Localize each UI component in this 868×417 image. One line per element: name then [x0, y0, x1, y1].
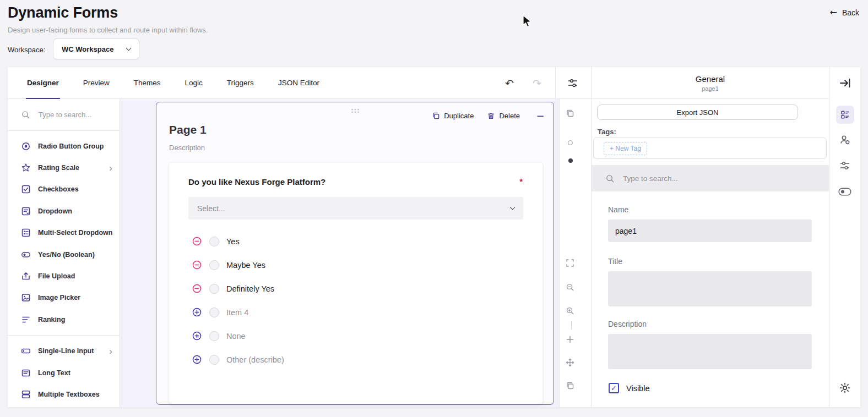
tags-label: Tags: [598, 128, 616, 136]
select-placeholder: Select... [197, 204, 511, 213]
tab-preview[interactable]: Preview [71, 67, 122, 98]
radio-option[interactable] [209, 260, 219, 270]
choice-label[interactable]: Maybe Yes [226, 261, 265, 270]
toolbox-item-image-picker[interactable]: Image Picker [8, 287, 120, 309]
collapse-page-button[interactable]: − [534, 110, 546, 122]
form-builder-panel: Designer Preview Themes Logic Triggers J… [8, 67, 860, 407]
toolbox-item-label: Radio Button Group [38, 142, 104, 150]
settings-button[interactable] [838, 381, 851, 394]
choice-label[interactable]: Yes [226, 237, 240, 246]
drag-handle-icon[interactable] [350, 108, 360, 113]
radio-option[interactable] [209, 237, 219, 246]
page-dot-current-icon[interactable] [568, 158, 573, 163]
zoom-out-icon[interactable] [566, 283, 574, 292]
question-title[interactable]: Do you like Nexus Forge Platform? [188, 177, 326, 186]
redo-button[interactable]: ↷ [529, 75, 545, 91]
chevron-down-icon [510, 205, 516, 210]
chevron-right-icon[interactable]: › [109, 163, 112, 173]
delete-page-button[interactable]: Delete [487, 112, 520, 120]
zoom-in-icon[interactable] [566, 306, 574, 315]
tab-logic[interactable]: Logic [173, 67, 215, 98]
toolbox-item-radio-button-group[interactable]: Radio Button Group [8, 135, 120, 157]
radio-option[interactable] [209, 331, 219, 341]
tab-adjustments[interactable] [839, 160, 851, 172]
surface-toolbar [559, 99, 591, 407]
toolbox-item-checkboxes[interactable]: Checkboxes [8, 179, 120, 200]
remove-choice-icon[interactable] [192, 284, 202, 293]
radio-option[interactable] [209, 308, 219, 317]
tab-question-settings[interactable] [839, 134, 851, 146]
back-arrow-icon: ← [829, 7, 837, 18]
choice-label[interactable]: Item 4 [226, 308, 248, 317]
chevron-right-icon[interactable]: › [109, 347, 112, 356]
question-select[interactable]: Select... [188, 197, 523, 220]
choice-row: None [169, 324, 542, 348]
add-choice-icon[interactable] [192, 331, 202, 341]
tab-toggles[interactable] [838, 188, 851, 196]
toolbox: Radio Button Group Rating Scale › Checkb… [8, 99, 120, 407]
new-tag-button[interactable]: + New Tag [604, 142, 647, 155]
toolbox-item-label: File Upload [38, 272, 75, 280]
toolbox-item-multi-select-dropdown[interactable]: Multi-Select Dropdown [8, 222, 120, 244]
choice-row: Maybe Yes [169, 253, 542, 277]
undo-button[interactable]: ↶ [502, 75, 517, 91]
question-card[interactable]: Do you like Nexus Forge Platform? * Sele… [169, 163, 542, 404]
copy-icon[interactable] [566, 109, 574, 118]
single-line-input-icon [21, 346, 31, 356]
page-name[interactable]: Page 1 [169, 123, 207, 136]
tab-property-grid[interactable] [836, 106, 854, 124]
tab-json-editor[interactable]: JSON Editor [266, 67, 332, 98]
search-icon [605, 174, 615, 183]
back-button[interactable]: ← Back [829, 7, 859, 18]
title-input[interactable] [608, 271, 812, 306]
toolbox-item-dropdown[interactable]: Dropdown [8, 200, 120, 222]
tab-themes[interactable]: Themes [122, 67, 173, 98]
scroll-indicator [571, 321, 572, 330]
name-label: Name [608, 205, 628, 214]
view-settings-button[interactable] [566, 76, 580, 90]
toolbox-item-label: Checkboxes [38, 185, 79, 193]
app-screen: Dynamic Forms Design user-facing forms t… [0, 0, 868, 417]
add-choice-icon[interactable] [192, 308, 202, 317]
toolbox-item-rating-scale[interactable]: Rating Scale › [8, 157, 120, 178]
toolbox-item-multiple-textboxes[interactable]: Multiple Textboxes [8, 383, 120, 405]
copy-icon [432, 112, 440, 120]
choice-label[interactable]: Definitely Yes [226, 284, 274, 293]
duplicate-page-button[interactable]: Duplicate [432, 112, 474, 120]
toolbox-search-input[interactable] [37, 110, 98, 119]
remove-choice-icon[interactable] [192, 237, 202, 246]
collapse-panel-button[interactable] [838, 76, 851, 90]
tab-triggers[interactable]: Triggers [215, 67, 266, 98]
toolbox-item-boolean[interactable]: Yes/No (Boolean) [8, 244, 120, 265]
export-json-button[interactable]: Export JSON [597, 105, 798, 120]
remove-choice-icon[interactable] [192, 260, 202, 270]
choice-row: Other (describe) [169, 348, 542, 371]
visible-checkbox[interactable]: ✓ [609, 383, 619, 393]
property-panel-subtitle: page1 [592, 85, 829, 92]
toolbox-item-ranking[interactable]: Ranking [8, 309, 120, 330]
workspace-select[interactable]: WC Workspace [53, 39, 139, 59]
fit-page-icon[interactable] [566, 259, 574, 267]
page-dot-icon[interactable] [568, 140, 573, 145]
duplicate-icon[interactable] [566, 381, 574, 390]
name-input[interactable] [608, 220, 812, 242]
radio-option[interactable] [209, 284, 219, 294]
move-icon[interactable] [566, 358, 574, 367]
page-description-placeholder[interactable]: Description [169, 144, 205, 152]
toolbox-search [8, 99, 120, 131]
toolbox-item-file-upload[interactable]: File Upload [8, 265, 120, 287]
choice-label[interactable]: None [226, 332, 246, 341]
choice-label[interactable]: Other (describe) [226, 355, 284, 364]
add-choice-icon[interactable] [192, 355, 202, 364]
page-card[interactable]: Duplicate Delete − Page 1 Description Do… [156, 102, 554, 405]
description-input[interactable] [608, 334, 812, 369]
multi-select-dropdown-icon [21, 228, 31, 238]
toolbox-item-long-text[interactable]: Long Text [8, 362, 120, 383]
tags-container[interactable]: + New Tag [593, 138, 827, 159]
radio-option[interactable] [209, 355, 219, 365]
tab-designer[interactable]: Designer [15, 67, 71, 98]
add-icon[interactable] [566, 335, 574, 344]
property-search-input[interactable] [622, 174, 743, 183]
title-label: Title [608, 257, 622, 266]
toolbox-item-single-line-input[interactable]: Single-Line Input › [8, 341, 120, 362]
